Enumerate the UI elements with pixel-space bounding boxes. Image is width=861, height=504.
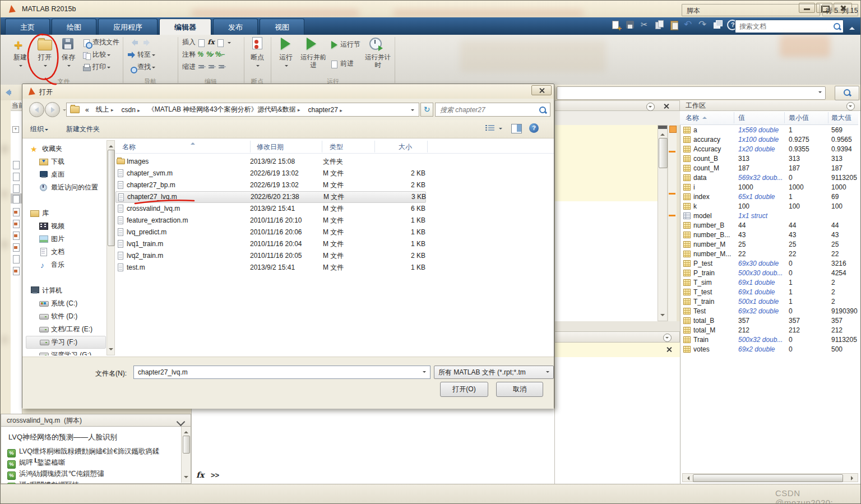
sidebar-item[interactable]: 图片 [26,233,106,246]
organize-menu[interactable]: 组织 [30,124,48,134]
workspace-hscrollbar[interactable] [682,473,858,482]
file-icon[interactable] [13,173,20,181]
workspace-variable-row[interactable]: count_B 313 313 313 [680,154,858,164]
file-row[interactable]: crossvalind_lvq.m 2013/9/2 15:41 M 文件 6 … [115,203,554,215]
workspace-variable-row[interactable]: count_M 187 187 187 [680,164,858,173]
file-row[interactable]: chapter27_lvq.m 2022/6/20 21:38 M 文件 3 K… [115,191,426,203]
quick-access-icon[interactable] [654,20,665,31]
col-max[interactable]: 最大值 [831,113,851,123]
find-files-button[interactable]: 查找文件 [82,36,119,48]
file-icon[interactable] [13,161,20,169]
editor-vscrollbar[interactable] [658,125,668,321]
annotation-marker-icon[interactable] [669,126,677,133]
workspace-variable-row[interactable]: P_train 500x30 doub... 0 4254 [680,269,858,278]
filetype-dropdown-icon[interactable] [546,371,549,374]
panel-menu-icon[interactable] [646,103,655,111]
breadcrumb-overflow[interactable]: « [82,106,92,114]
workspace-variable-row[interactable]: T_test 69x1 double 1 2 [680,288,858,297]
dialog-title-bar[interactable]: 打开 [22,84,554,99]
file-row[interactable]: test.m 2013/9/2 15:41 M 文件 1 KB [115,262,554,274]
ribbon-tab[interactable]: 视图 [260,19,304,35]
comment-icon[interactable]: % [197,50,203,58]
sidebar-item[interactable]: 计算机 [26,284,106,297]
search-icon[interactable] [539,106,547,114]
workspace-variable-row[interactable]: number_M 25 25 25 [680,240,858,249]
workspace-variable-row[interactable]: i 1000 1000 1000 [680,183,858,192]
file-row[interactable]: lvq2_train.m 2010/11/16 20:05 M 文件 2 KB [115,250,554,262]
workspace-variable-row[interactable]: a 1x569 double 1 569 [680,126,858,135]
quick-access-icon[interactable] [625,20,636,31]
command-prompt[interactable]: >> [211,471,219,479]
ribbon-tab[interactable]: 主页 [5,19,50,35]
compare-button[interactable]: 比较 [82,48,119,61]
cf-back-icon[interactable] [2,87,12,98]
sidebar-item[interactable]: 收藏夹 [26,142,106,155]
quick-access-icon[interactable] [610,20,622,31]
save-button[interactable]: 保存 [57,36,80,69]
run-section-button[interactable]: 运行节 [330,38,360,50]
sidebar-item[interactable]: 系统 (C:) [26,297,106,310]
panel-menu-icon[interactable] [663,334,672,342]
breadcrumb-segment[interactable]: csdn ▸ [118,106,145,114]
sidebar-item[interactable]: 文档/工程 (E:) [26,323,106,336]
insert-row[interactable]: 插入 fx [182,36,231,48]
collapse-ribbon-button[interactable] [846,21,858,31]
panel-divider[interactable] [554,321,680,331]
file-icon[interactable] [13,184,20,193]
help-popup-header[interactable]: crossvalind_lvq.m (脚本) [1,414,191,427]
annotation-tick[interactable] [669,215,675,216]
run-button[interactable]: 运行 [274,36,298,69]
chevron-down-icon[interactable] [177,418,186,427]
doc-search-box[interactable]: 搜索文档 [735,20,844,33]
breadcrumb-dropdown-icon[interactable] [411,109,414,113]
refresh-button[interactable]: ↻ [420,103,433,117]
nav-forward-button[interactable] [45,102,60,117]
workspace-variable-row[interactable]: accuracy 1x100 double 0.9275 0.9565 [680,135,858,145]
fx-icon[interactable]: fx [196,470,204,479]
run-advance-button[interactable]: 运行并前进 [300,36,327,69]
filetype-select[interactable]: 所有 MATLAB 文件 (*.rpt;*.tm [434,366,554,379]
address-search-button[interactable] [835,86,859,100]
advance-button[interactable]: 前进 [330,57,360,70]
open-confirm-button[interactable]: 打开(O) [440,382,488,397]
file-icon[interactable] [13,255,20,263]
file-icon[interactable] [13,195,20,204]
help-item[interactable]: %娓呯┖鐜鍙橀噺 [7,457,180,468]
sidebar-item[interactable]: 库 [26,207,106,220]
workspace-variable-row[interactable]: number_B 44 44 44 [680,221,858,230]
col-size[interactable]: 大小 [399,142,412,152]
quick-access-icon[interactable] [698,20,709,31]
scrollbar-thumb[interactable] [659,138,668,168]
sidebar-item[interactable]: 下载 [26,155,106,168]
workspace-variable-row[interactable]: Accuracy 1x20 double 0.9355 0.9394 [680,145,858,154]
workspace-variable-row[interactable]: model 1x1 struct [680,211,858,221]
editor-code-area[interactable] [554,201,658,321]
view-options-icon[interactable] [485,124,495,132]
search-icon[interactable] [833,22,841,30]
command-window[interactable]: fx >> [191,409,554,484]
breadcrumb-segment[interactable]: 《MATLAB 神经网络43个案例分析》源代码&数据 ▸ [145,105,305,114]
workspace-variable-row[interactable]: P_test 69x30 double 0 3216 [680,259,858,269]
workspace-variable-row[interactable]: total_M 212 212 212 [680,326,858,335]
workspace-variable-row[interactable]: k 100 100 100 [680,202,858,211]
help-item[interactable]: %浜鸿劯鐗瑰緛淇℃伅鎻愬彇 [7,468,180,479]
col-value[interactable]: 值 [738,113,745,123]
filename-dropdown-icon[interactable] [423,371,426,374]
workspace-variable-row[interactable]: T_sim 69x1 double 1 2 [680,278,858,288]
help-item[interactable]: %LVQ绁炵粡缃戠粶鐨勯娴嬧€斺€斾汉鑴歌瘑鍒 [7,446,180,457]
nav-back-button[interactable] [29,102,44,117]
col-name[interactable]: 名称 [122,142,136,152]
indent-row[interactable]: 缩进 [182,61,231,73]
sidebar-scrollbar[interactable] [107,140,115,355]
sidebar-item[interactable]: 文档 [26,246,106,258]
sidebar-item[interactable]: 深度学习 (G:) [26,349,106,355]
breadcrumb-segment[interactable]: 线上 ▸ [92,105,118,114]
file-icon[interactable] [13,220,20,228]
cancel-button[interactable]: 取消 [496,382,543,397]
annotation-tick[interactable] [669,151,675,152]
file-row[interactable]: feature_extraction.m 2010/11/16 20:10 M … [115,215,554,226]
indent-right-icon[interactable] [207,63,215,71]
sidebar-item[interactable]: 桌面 [26,168,106,181]
help-item[interactable]: %瑙e喅闂鐨勮缁冩楠 [7,479,180,484]
workspace-variable-row[interactable]: total_B 357 357 357 [680,316,858,326]
